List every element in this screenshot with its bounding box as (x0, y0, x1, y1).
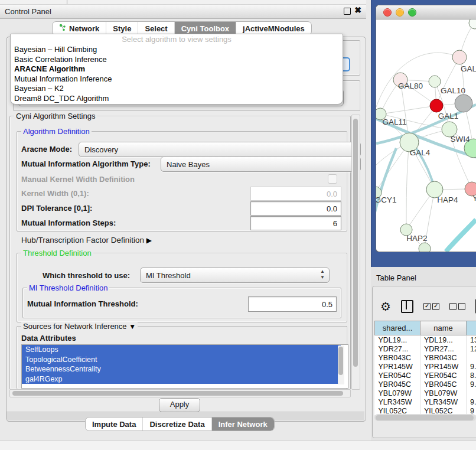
table-cell: YER054C (420, 371, 467, 380)
which-threshold-combobox[interactable]: MI Threshold ▲▼ (140, 268, 330, 283)
apply-button[interactable]: Apply (159, 398, 200, 412)
settings-hscrollbar-thumb[interactable] (12, 391, 343, 396)
table-row[interactable]: YER054CYER054C8. (375, 371, 476, 380)
sources-label: Sources for Network Inference ▼ (21, 322, 138, 331)
zoom-window-icon[interactable] (408, 8, 416, 17)
node-label-gal10: GAL10 (441, 86, 465, 95)
settings-vscrollbar-thumb[interactable] (353, 119, 358, 367)
expand-right-icon[interactable]: ▶ (146, 236, 152, 244)
algorithm-dropdown-prompt[interactable]: Select algorithm to view settings (11, 34, 343, 45)
tab-discretize-data[interactable]: Discretize Data (142, 418, 211, 431)
dropdown-item-bayesian-hill-climbing[interactable]: Bayesian – Hill Climbing (11, 45, 343, 55)
tab-select[interactable]: Select (138, 22, 174, 35)
settings-hscrollbar[interactable] (9, 389, 351, 397)
table-toolbar: ⚙ ✓✓ (380, 299, 476, 314)
table-cell: YBL079W (375, 389, 420, 397)
gear-icon[interactable]: ⚙ (380, 299, 391, 314)
mi-steps-field[interactable]: 6 (250, 216, 341, 230)
aracne-mode-combobox[interactable]: Discovery ▲▼ (79, 142, 361, 157)
dropdown-item-aracne-algorithm[interactable]: ARACNE Algorithm (11, 64, 343, 74)
network-edge[interactable] (446, 220, 476, 252)
dropdown-item-basic-correlation-inference[interactable]: Basic Correlation Inference (11, 55, 343, 65)
network-edge[interactable] (380, 106, 436, 114)
table-cell: YDR27... (375, 344, 420, 353)
list-item-gal4rgexp[interactable]: gal4RGexp (22, 374, 341, 384)
dropdown-item-bayesian-k2[interactable]: Bayesian – K2 (11, 84, 343, 94)
cyni-algorithm-settings-label: Cyni Algorithm Settings (14, 112, 97, 120)
network-node[interactable] (452, 50, 467, 64)
settings-vscrollbar[interactable] (351, 115, 360, 390)
dropdown-item-dream8-dc-tdc-algorithm[interactable]: Dream8 DC_TDC Algorithm (11, 94, 343, 104)
list-scrollbar[interactable] (338, 345, 344, 384)
tab-cyni-toolbox[interactable]: Cyni Toolbox (174, 22, 236, 35)
tab-impute-data[interactable]: Impute Data (86, 418, 142, 431)
list-scrollbar-thumb[interactable] (338, 347, 343, 375)
table-cell (467, 353, 476, 362)
node-label-gcy1: GCY1 (376, 195, 396, 204)
node-label-hap2: HAP2 (406, 234, 427, 243)
table-row[interactable]: YLR345WYLR345W9. (375, 397, 476, 406)
table-cell: YPR145W (375, 362, 420, 371)
network-window: GALGAL80GAL10GAL1GAL11SWI4GAL4GCY1HAP4YH… (376, 5, 476, 252)
column-header-col2[interactable] (467, 321, 476, 335)
mi-threshold-label: Mutual Information Threshold: (27, 299, 138, 308)
table-row[interactable]: YDR27...YDR27...12 (375, 344, 476, 353)
dpi-tolerance-field[interactable]: 0.0 (250, 201, 341, 216)
kernel-width-field: 0.0 (250, 187, 341, 201)
network-window-titlebar[interactable] (376, 5, 476, 19)
network-edge[interactable] (376, 148, 396, 214)
mi-algorithm-type-combobox[interactable]: Naive Bayes ▲▼ (161, 156, 361, 172)
list-item-selfloops[interactable]: SelfLoops (22, 345, 341, 355)
network-node[interactable] (469, 19, 476, 29)
close-panel-button[interactable]: ✖ (353, 5, 363, 15)
sources-title: Sources for Network Inference (23, 322, 127, 331)
column-header-name[interactable]: name (420, 321, 467, 335)
table-hscrollbar-thumb[interactable] (376, 415, 474, 420)
table-row[interactable]: YBR043CYBR043C (375, 353, 476, 362)
table-cell: YLR345W (375, 397, 420, 406)
node-label-hap4: HAP4 (437, 195, 458, 204)
column-header-shared[interactable]: shared... (375, 321, 420, 335)
network-node[interactable] (455, 94, 472, 112)
tab-label: jActiveMNodules (243, 24, 305, 33)
tab-network[interactable]: Network (53, 22, 106, 35)
split-view-icon[interactable] (401, 300, 413, 313)
network-node[interactable] (419, 243, 431, 252)
hub-definition-toggle[interactable]: Hub/Transcription Factor Definition ▶ (21, 236, 152, 244)
list-item-topologicalcoefficient[interactable]: TopologicalCoefficient (22, 355, 341, 365)
network-node[interactable] (429, 76, 441, 87)
table-header-row[interactable]: shared...name (375, 321, 476, 335)
float-window-button[interactable] (344, 8, 351, 15)
tab-style[interactable]: Style (106, 22, 138, 35)
table-hscrollbar[interactable] (374, 414, 476, 421)
minimize-window-icon[interactable] (396, 8, 404, 17)
control-panel-titlebar: Control Panel (0, 5, 366, 19)
tab-label: Style (113, 24, 131, 33)
network-edge[interactable] (406, 142, 409, 230)
table-row[interactable]: YBL079WYBL079W (375, 389, 476, 397)
mi-algorithm-type-value: Naive Bayes (167, 160, 210, 169)
tab-jactivemnodules[interactable]: jActiveMNodules (236, 22, 311, 35)
list-item-betweennesscentrality[interactable]: BetweennessCentrality (22, 364, 341, 374)
network-edge[interactable] (376, 53, 459, 107)
which-threshold-value: MI Threshold (146, 271, 191, 280)
close-window-icon[interactable] (383, 8, 392, 17)
node-table[interactable]: shared...name YDL19...YDL19...13YDR27...… (374, 321, 476, 415)
network-canvas[interactable]: GALGAL80GAL10GAL1GAL11SWI4GAL4GCY1HAP4YH… (376, 19, 476, 252)
tab-label: Network (69, 24, 99, 33)
table-row[interactable]: YPR145WYPR145W9. (375, 362, 476, 371)
mi-threshold-definition-label: MI Threshold Definition (27, 283, 109, 292)
node-label-gal4: GAL4 (410, 148, 431, 157)
collapse-down-icon[interactable]: ▼ (129, 322, 136, 331)
table-row[interactable]: YBR045CYBR045C9. (375, 380, 476, 389)
select-all-checked-icon[interactable]: ✓✓ (423, 303, 439, 310)
dropdown-item-mutual-information-inference[interactable]: Mutual Information Inference (11, 74, 343, 84)
table-row[interactable]: YDL19...YDL19...13 (375, 335, 476, 345)
network-node[interactable] (430, 99, 443, 112)
tab-infer-network[interactable]: Infer Network (211, 418, 274, 431)
data-attributes-list[interactable]: SelfLoopsTopologicalCoefficientBetweenne… (21, 344, 348, 389)
mi-threshold-field[interactable]: 0.5 (248, 296, 337, 312)
status-strip (0, 441, 476, 450)
node-label-swi4: SWI4 (450, 135, 470, 144)
select-none-icon[interactable] (449, 303, 465, 310)
